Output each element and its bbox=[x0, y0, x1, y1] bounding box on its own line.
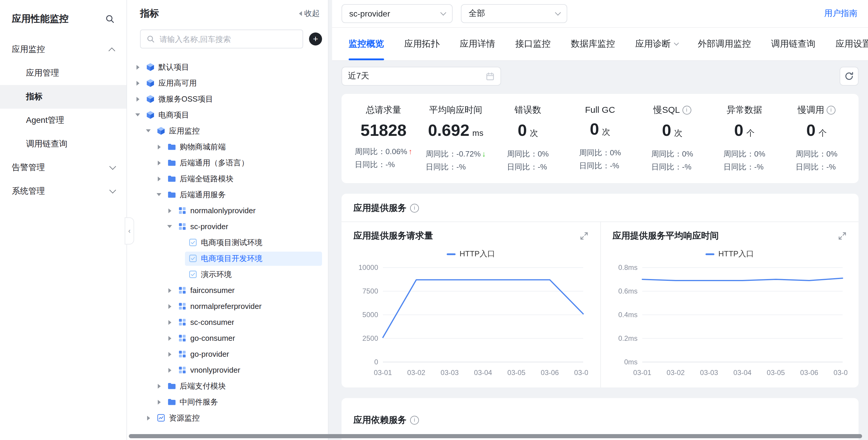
tree-item[interactable]: sc-consumer bbox=[127, 314, 328, 330]
tree-item[interactable]: 默认项目 bbox=[127, 59, 328, 75]
tab-app-details[interactable]: 应用详情 bbox=[460, 28, 495, 60]
tree-item[interactable]: 后端全链路模块 bbox=[127, 171, 328, 187]
tree-item[interactable]: normalpreferprovider bbox=[127, 298, 328, 314]
tree-item-label: 后端通用服务 bbox=[180, 189, 226, 200]
expand-arrow-icon[interactable] bbox=[154, 160, 164, 165]
tab-topology[interactable]: 应用拓扑 bbox=[404, 28, 440, 60]
tree-search-input[interactable] bbox=[158, 34, 297, 44]
tab-external-call-monitoring[interactable]: 外部调用监控 bbox=[698, 28, 751, 60]
tree-item[interactable]: 电商项目 bbox=[127, 107, 328, 123]
info-icon[interactable]: i bbox=[827, 106, 836, 115]
tree-item-label: vnonlyprovider bbox=[190, 366, 240, 374]
tree-item[interactable]: go-provider bbox=[127, 346, 328, 362]
stat-slow-call: 慢调用i0个周同比：0%日同比：-% bbox=[780, 104, 852, 174]
expand-arrow-icon[interactable] bbox=[165, 320, 174, 324]
tree-item[interactable]: 应用高可用 bbox=[127, 75, 328, 91]
tree-item-label: 资源监控 bbox=[169, 412, 200, 423]
expand-arrow-icon[interactable] bbox=[154, 176, 164, 181]
expand-arrow-icon[interactable] bbox=[144, 415, 153, 420]
expand-arrow-icon[interactable] bbox=[165, 288, 174, 293]
fullscreen-icon[interactable] bbox=[838, 231, 847, 240]
tab-overview[interactable]: 监控概览 bbox=[349, 28, 384, 60]
sidebar-item-agent-management[interactable]: Agent管理 bbox=[0, 109, 126, 132]
tree-item[interactable]: 演示环境 bbox=[127, 266, 328, 282]
horizontal-scrollbar[interactable] bbox=[129, 434, 862, 438]
sidebar-item-alarm-management[interactable]: 告警管理 bbox=[0, 156, 126, 180]
expand-arrow-icon[interactable] bbox=[154, 145, 164, 149]
expand-arrow-icon[interactable] bbox=[154, 400, 164, 404]
tab-app-settings[interactable]: 应用设置 bbox=[836, 28, 868, 60]
info-icon[interactable]: i bbox=[410, 204, 419, 213]
chart-legend[interactable]: HTTP入口 bbox=[613, 249, 847, 259]
scope-select[interactable]: 全部 bbox=[461, 4, 567, 23]
sidebar-item-trace-query[interactable]: 调用链查询 bbox=[0, 132, 126, 156]
info-icon[interactable]: i bbox=[682, 106, 691, 115]
wow-label: 周同比： bbox=[579, 148, 610, 157]
collapse-arrow-icon[interactable] bbox=[133, 114, 143, 116]
dod-line: 日同比：-% bbox=[651, 161, 693, 174]
tree-item[interactable]: fairconsumer bbox=[127, 282, 328, 298]
refresh-icon bbox=[844, 71, 854, 81]
expand-arrow-icon[interactable] bbox=[165, 336, 174, 341]
expand-arrow-icon[interactable] bbox=[165, 208, 174, 213]
tree-item[interactable]: go-consumer bbox=[127, 330, 328, 346]
expand-arrow-icon[interactable] bbox=[165, 368, 174, 372]
collapse-arrow-icon[interactable] bbox=[154, 193, 164, 196]
expand-arrow-icon[interactable] bbox=[165, 352, 174, 356]
expand-arrow-icon[interactable] bbox=[133, 81, 143, 85]
sidebar-menu: 应用监控应用管理指标Agent管理调用链查询告警管理系统管理 bbox=[0, 38, 126, 203]
stat-value-number: 0 bbox=[734, 121, 743, 139]
date-range-picker[interactable]: 近7天 bbox=[342, 67, 501, 86]
tree-item[interactable]: 中间件服务 bbox=[127, 394, 328, 410]
tree-search-box[interactable] bbox=[140, 30, 303, 49]
expand-arrow-icon[interactable] bbox=[133, 65, 143, 69]
tab-label: 应用诊断 bbox=[635, 38, 671, 50]
tree-item[interactable]: 资源监控 bbox=[127, 410, 328, 426]
dod-label: 日同比： bbox=[426, 162, 457, 171]
chevron-down-icon bbox=[555, 9, 561, 15]
chart-title: 应用提供服务请求量 bbox=[353, 230, 433, 242]
stat-unit: 个 bbox=[818, 128, 827, 137]
tab-api-monitoring[interactable]: 接口监控 bbox=[515, 28, 551, 60]
collapse-panel-button[interactable]: 收起 bbox=[299, 8, 320, 19]
tree-item[interactable]: normalonlyprovider bbox=[127, 202, 328, 219]
user-guide-link[interactable]: 用户指南 bbox=[824, 8, 857, 19]
expand-arrow-icon[interactable] bbox=[154, 384, 164, 388]
panel-collapse-handle[interactable]: ‹ bbox=[125, 217, 134, 245]
fullscreen-icon[interactable] bbox=[579, 231, 588, 240]
tab-database-monitoring[interactable]: 数据库监控 bbox=[571, 28, 615, 60]
sidebar-item-system-management[interactable]: 系统管理 bbox=[0, 180, 126, 203]
sidebar-item-app-management[interactable]: 应用管理 bbox=[0, 61, 126, 85]
sidebar-item-metrics[interactable]: 指标 bbox=[0, 85, 126, 109]
expand-arrow-icon[interactable] bbox=[133, 97, 143, 101]
tree-item[interactable]: sc-provider bbox=[127, 219, 328, 234]
cube-icon bbox=[157, 126, 165, 135]
search-icon[interactable] bbox=[105, 14, 115, 24]
tree-item[interactable]: 微服务OSS项目 bbox=[127, 91, 328, 107]
tree-item[interactable]: 后端支付模块 bbox=[127, 378, 328, 394]
sidebar-item-app-monitoring[interactable]: 应用监控 bbox=[0, 38, 126, 61]
expand-arrow-icon[interactable] bbox=[165, 304, 174, 309]
tree-item[interactable]: 电商项目测试环境 bbox=[127, 234, 328, 250]
tree-item[interactable]: 后端通用服务 bbox=[127, 187, 328, 202]
stat-value-number: 0 bbox=[590, 120, 599, 138]
tree-item[interactable]: 电商项目开发环境 bbox=[127, 250, 328, 266]
application-select[interactable]: sc-provider bbox=[342, 4, 453, 23]
search-icon bbox=[147, 35, 155, 43]
provided-services-card: 应用提供服务 i 应用提供服务请求量 HTTP入口 bbox=[342, 194, 859, 387]
refresh-button[interactable] bbox=[840, 67, 859, 86]
tree-item[interactable]: 后端通用（多语言） bbox=[127, 155, 328, 171]
tab-app-diagnosis[interactable]: 应用诊断 bbox=[635, 28, 678, 60]
tree-item[interactable]: 应用监控 bbox=[127, 123, 328, 139]
tab-trace-query[interactable]: 调用链查询 bbox=[771, 28, 815, 60]
info-icon[interactable]: i bbox=[410, 416, 419, 425]
tree-item[interactable]: vnonlyprovider bbox=[127, 362, 328, 378]
svg-text:03-05: 03-05 bbox=[507, 369, 526, 377]
collapse-arrow-icon[interactable] bbox=[165, 225, 174, 228]
dod-label: 日同比： bbox=[651, 162, 682, 171]
collapse-arrow-icon[interactable] bbox=[144, 129, 153, 132]
chart-legend[interactable]: HTTP入口 bbox=[353, 249, 588, 259]
stat-avg-response-time: 平均响应时间0.692ms周同比：-0.72%↓日同比：-% bbox=[420, 104, 492, 174]
tree-item[interactable]: 购物商城前端 bbox=[127, 139, 328, 155]
add-button[interactable]: + bbox=[309, 32, 322, 45]
